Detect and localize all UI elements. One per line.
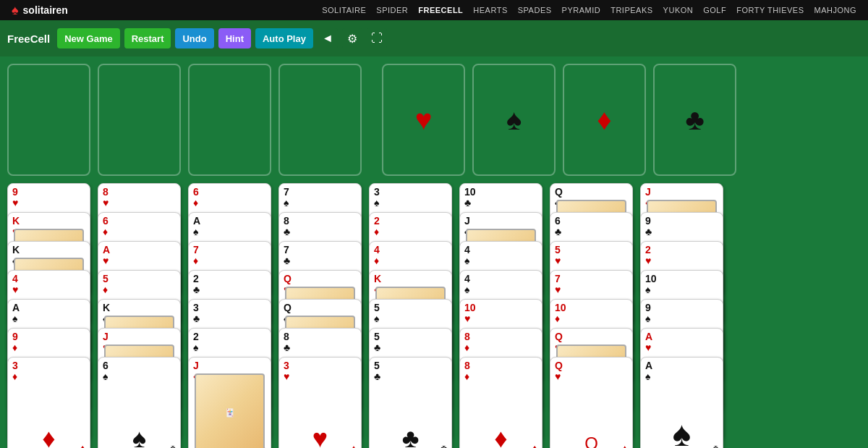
column-8: J♦ J♦ 🃏 9♣ 9♣ 2♥ 2♥ 10♠ 10♠ 9♠ [640, 183, 723, 448]
card-8d2[interactable]: 8♦ ♦ 8♦ [459, 357, 542, 448]
nav-link-spades[interactable]: SPADES [518, 6, 552, 14]
fullscreen-button[interactable]: ⛶ [367, 28, 387, 48]
nav-link-pyramid[interactable]: PYRAMID [562, 6, 601, 14]
settings-button[interactable]: ⚙ [342, 28, 362, 48]
nav-link-golf[interactable]: GOLF [703, 6, 726, 14]
nav-link-freecell[interactable]: FREECELL [418, 6, 463, 14]
nav-link-yukon[interactable]: YUKON [663, 6, 694, 14]
logo-icon: ♠ [12, 3, 19, 18]
foundation-diamonds[interactable]: ♦ [563, 64, 646, 176]
card-3h[interactable]: 3♥ ♥ 3♥ [278, 357, 362, 448]
free-cells [7, 64, 362, 176]
toolbar: FreeCell New Game Restart Undo Hint Auto… [0, 20, 868, 56]
foundation-hearts[interactable]: ♥ [382, 64, 465, 176]
foundation-spades[interactable]: ♠ [472, 64, 556, 176]
new-game-button[interactable]: New Game [57, 28, 119, 48]
card-qh3[interactable]: Q♥ Q Q♥ [550, 357, 633, 448]
undo-button[interactable]: Undo [175, 28, 213, 48]
card-6s[interactable]: 6♠ ♠ 9♠ [98, 357, 181, 448]
foundation-clubs[interactable]: ♣ [653, 64, 736, 176]
nav-link-forty-thieves[interactable]: FORTY THIEVES [736, 6, 804, 14]
column-1: 9♥ 9♥ K♥ K♥ 👑 K♠ K♠ 👑 4♥ 4♥ [7, 183, 90, 448]
card-jd[interactable]: J♦ J♦ J♦ 🃏 [188, 357, 271, 448]
game-area: ♥ ♠ ♦ ♣ 9♥ 9♥ K♥ K♥ 👑 K♠ K♠ [0, 56, 868, 448]
logo-area: ♠ solitairen [12, 3, 68, 18]
nav-link-solitaire[interactable]: SOLITAIRE [322, 6, 366, 14]
card-5c2[interactable]: 5♣ ♣ 5♣ [369, 357, 452, 448]
free-cell-4[interactable] [278, 64, 362, 176]
nav-links: SOLITAIRESPIDERFREECELLHEARTSSPADESPYRAM… [322, 6, 856, 14]
nav-link-tripeaks[interactable]: TRIPEAKS [610, 6, 652, 14]
column-2: 8♥ 8♥ 6♦ 6♦ A♥ A♥ 5♦ 5♦ K♠ K♠ [98, 183, 181, 448]
column-3: 6♦ 6♦ A♠ A♠ 7♦ 7♦ 2♣ 2♣ 3♣ 3♣ [188, 183, 271, 448]
hint-button[interactable]: Hint [218, 28, 251, 48]
card-as3[interactable]: A♠ ♠ A♠ [640, 357, 723, 448]
nav-link-hearts[interactable]: HEARTS [473, 6, 507, 14]
top-nav: ♠ solitairen SOLITAIRESPIDERFREECELLHEAR… [0, 0, 868, 20]
top-row: ♥ ♠ ♦ ♣ [7, 64, 861, 176]
free-cell-2[interactable] [98, 64, 181, 176]
card-3d-1[interactable]: 3♦ ♦ 3♦ [7, 357, 90, 448]
card-columns: 9♥ 9♥ K♥ K♥ 👑 K♠ K♠ 👑 4♥ 4♥ [7, 183, 861, 448]
app-title: solitairen [23, 4, 68, 16]
restart-button[interactable]: Restart [124, 28, 171, 48]
free-cell-1[interactable] [7, 64, 90, 176]
column-4: 7♠ 7♠ 8♣ 8♣ 7♣ 7♣ Q♥ Q♥ 👸 Q♠ [278, 183, 362, 448]
nav-link-mahjong[interactable]: MAHJONG [814, 6, 857, 14]
autoplay-button[interactable]: Auto Play [255, 28, 313, 48]
column-7: Q♣ Q♣ 👸 6♣ 6♣ 5♥ 5♥ 7♥ 7♥ 10♦ [550, 183, 633, 448]
game-title: FreeCell [7, 33, 50, 45]
foundation-cells: ♥ ♠ ♦ ♣ [382, 64, 736, 176]
nav-link-spider[interactable]: SPIDER [376, 6, 408, 14]
sound-button[interactable]: ◄ [318, 28, 338, 48]
free-cell-3[interactable] [188, 64, 271, 176]
column-6: 10♣ 10♣ J♣ J♣ 🃏 4♠ 4♠ 4♠ 4♠ 10♥ [459, 183, 542, 448]
column-5: 3♠ 3♠ 2♦ 2♦ 4♦ 4♦ K♦ K♦ 👑 5♠ [369, 183, 452, 448]
